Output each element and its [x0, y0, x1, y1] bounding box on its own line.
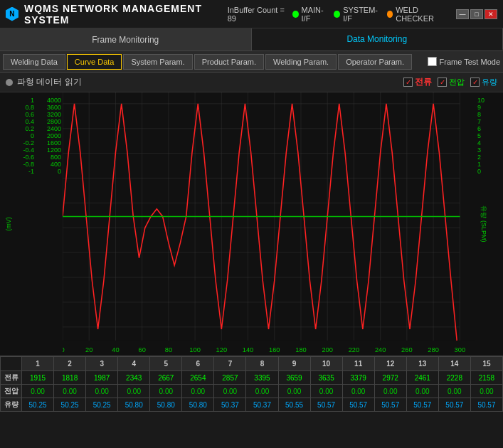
flow-val-3: 50.25 [86, 398, 118, 412]
svg-text:160: 160 [269, 346, 280, 353]
table-col-2: 2 [54, 357, 86, 371]
legend-flow-label: 유량 [482, 77, 497, 87]
svg-text:140: 140 [243, 346, 254, 353]
svg-text:80: 80 [165, 346, 172, 353]
welding-param-tab[interactable]: Welding Param. [265, 54, 337, 70]
voltage-val-14: 0.00 [438, 385, 470, 398]
main-if-dot [292, 11, 299, 18]
operator-param-tab[interactable]: Operator Param. [338, 54, 412, 70]
y-alt-7: 1600 [47, 139, 61, 146]
svg-text:40: 40 [112, 346, 119, 353]
svg-text:0: 0 [63, 346, 65, 353]
frame-test-label: Frame Test Mode [440, 58, 500, 66]
table-row-flow: 유량 50.25 50.25 50.25 50.80 50.80 50.80 5… [1, 398, 503, 412]
svg-text:시간 (ms): 시간 (ms) [248, 355, 275, 356]
svg-text:100: 100 [189, 346, 201, 353]
app-title: WQMS NETWORK MANAGEMENT SYSTEM [24, 3, 228, 26]
legend-area: 전류 전압 유량 [403, 76, 497, 88]
system-param-tab[interactable]: System Param. [123, 54, 192, 70]
voltage-val-2: 0.00 [54, 385, 86, 398]
y-left-7: -0.2 [23, 139, 34, 146]
y-alt-11: 0 [58, 168, 61, 175]
curve-data-tab[interactable]: Curve Data [67, 54, 122, 70]
flow-val-15: 50.57 [470, 398, 502, 412]
window-controls[interactable]: — □ ✕ [456, 9, 497, 19]
voltage-val-11: 0.00 [342, 385, 374, 398]
legend-current-label: 전류 [415, 76, 432, 88]
current-val-12: 2972 [374, 371, 406, 385]
table-col-13: 13 [406, 357, 438, 371]
y-alt-2: 3600 [47, 104, 61, 111]
table-col-6: 6 [182, 357, 214, 371]
system-if-dot [334, 11, 340, 18]
table-col-8: 8 [246, 357, 278, 371]
table-col-1: 1 [22, 357, 54, 371]
welding-data-tab[interactable]: Welding Data [3, 54, 65, 70]
current-val-9: 3659 [278, 371, 310, 385]
voltage-val-10: 0.00 [310, 385, 342, 398]
current-val-10: 3635 [310, 371, 342, 385]
legend-voltage-check[interactable] [438, 78, 447, 87]
table-row-voltage: 전압 0.00 0.00 0.00 0.00 0.00 0.00 0.00 0.… [1, 385, 503, 398]
current-val-4: 2343 [118, 371, 150, 385]
y-alt-10: 400 [51, 161, 61, 168]
legend-current-check[interactable] [403, 78, 413, 87]
close-button[interactable]: ✕ [485, 9, 497, 19]
data-table-section: 1 2 3 4 5 6 7 8 9 10 11 12 13 14 15 전류 1… [0, 356, 503, 412]
flow-val-5: 50.80 [150, 398, 182, 412]
y-alt-5: 2400 [47, 125, 61, 132]
svg-text:280: 280 [428, 346, 439, 353]
table-col-9: 9 [278, 357, 310, 371]
voltage-val-4: 0.00 [118, 385, 150, 398]
frame-test-mode[interactable]: Frame Test Mode [428, 57, 500, 66]
legend-flow: 유량 [470, 77, 497, 87]
frame-monitoring-tab[interactable]: Frame Monitoring [0, 28, 252, 50]
y-alt-8: 1200 [47, 146, 61, 154]
voltage-val-13: 0.00 [406, 385, 438, 398]
flow-val-14: 50.57 [438, 398, 470, 412]
flow-val-12: 50.57 [374, 398, 406, 412]
title-bar: N WQMS NETWORK MANAGEMENT SYSTEM InBuffe… [0, 0, 503, 28]
y-right-1: 10 [477, 97, 485, 104]
inbuffer-count: InBuffer Count = 89 [228, 6, 287, 23]
y-alt-3: 3200 [47, 111, 61, 118]
table-col-3: 3 [86, 357, 118, 371]
current-val-2: 1818 [54, 371, 86, 385]
voltage-val-15: 0.00 [470, 385, 502, 398]
y-left-1: 1 [31, 97, 34, 104]
y-left-10: -0.8 [23, 161, 34, 168]
maximize-button[interactable]: □ [470, 9, 483, 19]
voltage-val-1: 0.00 [22, 385, 54, 398]
svg-text:120: 120 [216, 346, 228, 353]
current-val-3: 1987 [86, 371, 118, 385]
y-right-4: 7 [477, 118, 481, 125]
y-right-6: 5 [477, 132, 481, 139]
frame-test-checkbox[interactable] [428, 57, 437, 66]
legend-voltage: 전압 [438, 77, 465, 87]
y-left-8: -0.4 [23, 146, 34, 154]
title-right: InBuffer Count = 89 MAIN-I/F SYSTEM-I/F … [228, 6, 497, 23]
legend-voltage-label: 전압 [449, 77, 465, 87]
main-if-status: MAIN-I/F [292, 6, 329, 23]
data-monitoring-tab[interactable]: Data Monitoring [252, 28, 504, 50]
chart-container: (mV) 1 0.8 0.6 0.4 0.2 0 -0.2 -0.4 -0.6 … [0, 92, 503, 356]
y-right-9: 2 [477, 154, 481, 161]
current-val-13: 2461 [406, 371, 438, 385]
current-val-15: 2158 [470, 371, 502, 385]
voltage-val-8: 0.00 [246, 385, 278, 398]
y-right-label: 유량 (SLPM) [479, 206, 488, 242]
legend-current: 전류 [403, 76, 432, 88]
y-right-5: 6 [477, 125, 481, 132]
product-param-tab[interactable]: Product Param. [194, 54, 264, 70]
y-left-2: 0.8 [25, 104, 34, 111]
minimize-button[interactable]: — [456, 9, 469, 19]
table-col-11: 11 [342, 357, 374, 371]
svg-text:180: 180 [295, 346, 307, 353]
system-if-status: SYSTEM-I/F [334, 6, 381, 23]
y-left-label: (mV) [5, 217, 12, 231]
legend-flow-check[interactable] [470, 78, 480, 87]
section-header: 파형 데이터 읽기 전류 전압 유량 [0, 73, 503, 92]
table-header-row: 1 2 3 4 5 6 7 8 9 10 11 12 13 14 15 [1, 357, 503, 371]
data-table: 1 2 3 4 5 6 7 8 9 10 11 12 13 14 15 전류 1… [0, 356, 503, 412]
flow-val-2: 50.25 [54, 398, 86, 412]
